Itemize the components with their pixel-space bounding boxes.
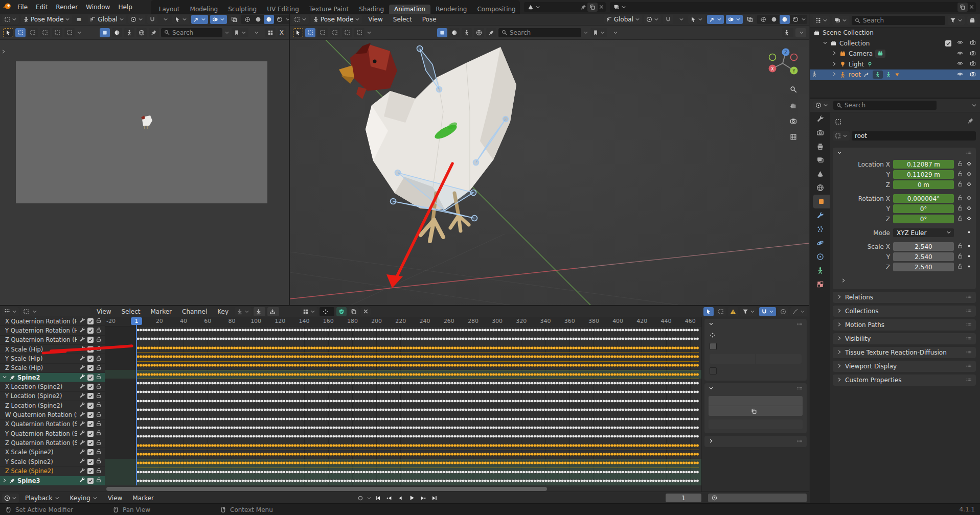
timeline-menu-marker[interactable]: Marker xyxy=(128,495,157,502)
field-z-5[interactable]: 0° xyxy=(893,215,954,223)
cyclic-checkbox[interactable] xyxy=(710,367,717,374)
lock-toggle[interactable] xyxy=(957,171,963,178)
keyframe-track[interactable] xyxy=(136,450,699,459)
channel-lock-icon[interactable] xyxy=(96,317,102,325)
channel-row[interactable]: Z Quaternion Rotation (Hip) xyxy=(0,336,105,345)
prop-tab-object[interactable] xyxy=(813,195,830,208)
menu-render[interactable]: Render xyxy=(52,4,82,11)
xray-toggle[interactable] xyxy=(745,15,755,24)
channel-lock-icon[interactable] xyxy=(96,477,102,484)
animate-dot[interactable] xyxy=(966,253,972,261)
manual-range-checkbox[interactable] xyxy=(710,343,717,350)
field-z-9[interactable]: 2.540 xyxy=(893,263,954,271)
jump-to-start-button[interactable] xyxy=(373,494,383,503)
modifier-wrench-icon[interactable] xyxy=(79,402,85,409)
playhead[interactable] xyxy=(136,324,137,485)
channel-enable-checkbox[interactable] xyxy=(87,365,94,371)
modifier-wrench-icon[interactable] xyxy=(79,477,85,484)
field-y-1[interactable]: 0.11029 m xyxy=(893,170,954,179)
hide-render-toggle[interactable] xyxy=(970,60,976,68)
channel-row[interactable]: Z Quaternion Rotation (Spine2) xyxy=(0,438,105,448)
keyframe-track[interactable] xyxy=(136,343,699,353)
dope-menu-key[interactable]: Key xyxy=(213,308,233,315)
snap-toggle[interactable] xyxy=(147,15,157,24)
modifier-wrench-icon[interactable] xyxy=(79,355,85,363)
dope-menu-view[interactable]: View xyxy=(93,308,115,315)
channel-row[interactable]: Z Location (Spine2) xyxy=(0,401,105,410)
channel-row[interactable]: Spine3 xyxy=(0,476,105,485)
viewport-canvas[interactable]: ZXY xyxy=(290,40,809,305)
channel-row[interactable]: X Quaternion Rotation (Spine2) xyxy=(0,420,105,429)
pose-mode-icon[interactable] xyxy=(873,71,883,79)
keyframe-track[interactable] xyxy=(136,423,699,432)
camera-view-button[interactable] xyxy=(788,116,799,126)
copy-pose-as-asset-button[interactable] xyxy=(709,406,803,416)
channel-enable-checkbox[interactable] xyxy=(87,412,94,418)
snap-dropdown[interactable] xyxy=(675,15,686,24)
tab-rendering[interactable]: Rendering xyxy=(430,5,472,14)
active-tool-button[interactable] xyxy=(3,28,13,37)
lock-toggle[interactable] xyxy=(957,243,963,250)
timeline-ruler[interactable]: -202040608010012014016018020022024026028… xyxy=(105,317,701,326)
fake-user-toggle[interactable] xyxy=(336,307,347,316)
select-mode-new[interactable] xyxy=(317,28,328,37)
lock-toggle[interactable] xyxy=(957,215,963,223)
panel-collections[interactable]: Collections xyxy=(833,306,976,317)
prop-tab-constraints[interactable] xyxy=(810,250,830,264)
lock-toggle[interactable] xyxy=(957,205,963,213)
dope-editor-type-button[interactable] xyxy=(2,307,19,316)
hide-viewport-toggle[interactable] xyxy=(957,71,963,79)
channel-row[interactable]: Z Scale (Spine2) xyxy=(0,467,105,476)
keyframe-diamond[interactable] xyxy=(966,171,972,178)
channel-lock-icon[interactable] xyxy=(96,355,102,363)
push-down-button[interactable] xyxy=(254,307,265,316)
filter-dropdown[interactable] xyxy=(740,307,757,316)
pose-options-dropdown[interactable] xyxy=(795,28,806,37)
prop-tab-particles[interactable] xyxy=(810,222,830,236)
shading-solid[interactable] xyxy=(769,15,779,24)
jump-to-end-button[interactable] xyxy=(429,494,440,503)
menu-file[interactable]: File xyxy=(13,4,32,11)
create-pose-asset-button[interactable] xyxy=(709,396,803,406)
object-name-field[interactable]: root xyxy=(852,131,976,141)
field-z-2[interactable]: 0 m xyxy=(893,180,954,189)
prop-tab-physics[interactable] xyxy=(810,236,830,250)
field-location-x-0[interactable]: 0.12087 m xyxy=(893,160,954,169)
mask-square-toggle[interactable] xyxy=(437,28,447,37)
globe-toggle[interactable] xyxy=(474,28,484,37)
select-mode-tweak[interactable] xyxy=(305,28,315,37)
overlays-toggle[interactable] xyxy=(210,15,227,24)
convert-legacy-pose-library-button[interactable] xyxy=(709,419,803,429)
channel-enable-checkbox[interactable] xyxy=(87,356,94,362)
hide-render-toggle[interactable] xyxy=(970,71,976,79)
scene-datablock-browse[interactable] xyxy=(526,3,542,12)
channel-enable-checkbox[interactable] xyxy=(87,421,94,427)
panel-tissue-texture-reaction-diffusion[interactable]: Tissue Texture Reaction-Diffusion xyxy=(833,347,976,358)
channel-enable-checkbox[interactable] xyxy=(87,431,94,437)
keyframe-track[interactable] xyxy=(136,361,699,370)
action-datablock[interactable] xyxy=(320,307,334,316)
animate-dot[interactable] xyxy=(966,264,972,271)
select-mode-intersect[interactable] xyxy=(354,28,364,37)
scene-new-button[interactable] xyxy=(587,3,598,12)
outliner-row-root[interactable]: root xyxy=(810,69,980,80)
field-y-8[interactable]: 2.540 xyxy=(893,252,954,261)
select-mode-new[interactable] xyxy=(28,28,38,37)
chevron-right-icon[interactable] xyxy=(832,50,837,57)
keyframe-diamond[interactable] xyxy=(966,195,972,202)
panel-relations[interactable]: Relations xyxy=(833,292,976,303)
modifier-wrench-icon[interactable] xyxy=(79,420,85,428)
modifier-wrench-icon[interactable] xyxy=(79,458,85,465)
current-frame-field[interactable]: 1 xyxy=(666,494,701,502)
prop-tab-data[interactable] xyxy=(810,264,830,277)
modifier-wrench-icon[interactable] xyxy=(79,373,85,381)
modifier-wrench-icon[interactable] xyxy=(79,364,85,372)
menu-window[interactable]: Window xyxy=(82,4,114,11)
tab-layout[interactable]: Layout xyxy=(154,5,185,14)
modifier-wrench-icon[interactable] xyxy=(79,439,85,447)
hide-viewport-toggle[interactable] xyxy=(957,39,963,47)
outliner-search-field[interactable]: Search xyxy=(852,16,945,25)
channel-lock-icon[interactable] xyxy=(96,373,102,381)
mode-dropdown[interactable]: Pose Mode xyxy=(21,15,72,24)
custom-properties-panel[interactable] xyxy=(704,436,807,447)
